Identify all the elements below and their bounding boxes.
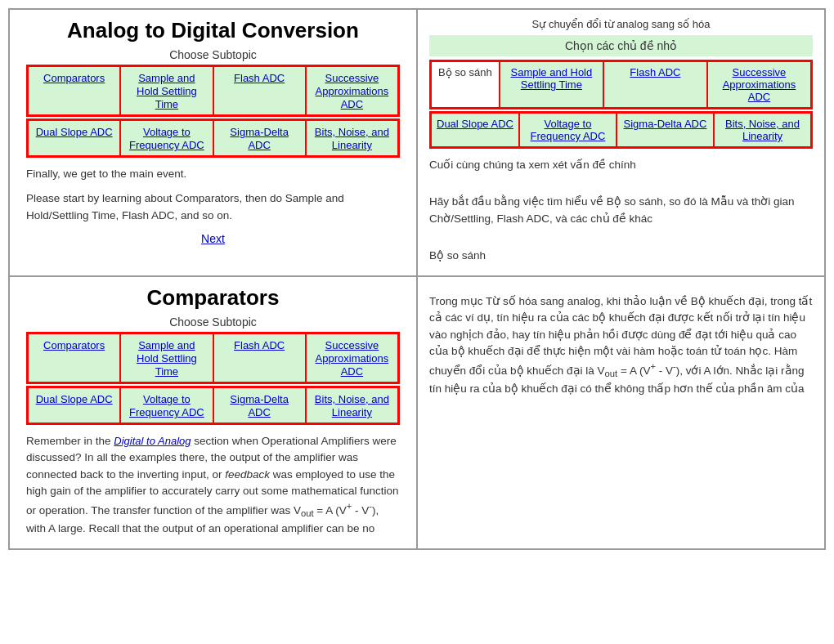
- comp-link-dual-slope[interactable]: Dual Slope ADC: [36, 393, 113, 405]
- link-comparators[interactable]: Comparators: [43, 72, 105, 84]
- tr-link-flash-adc[interactable]: Flash ADC: [630, 66, 680, 78]
- comp-link-flash-adc[interactable]: Flash ADC: [234, 339, 285, 351]
- subtopic-flash-adc[interactable]: Flash ADC: [213, 66, 306, 115]
- comp-sigma-delta[interactable]: Sigma-Delta ADC: [213, 387, 306, 423]
- tr-link-voltage-freq[interactable]: Voltage to Frequency ADC: [531, 118, 606, 142]
- tr-successive[interactable]: Successive Approximations ADC: [707, 61, 811, 108]
- subtopic-voltage-freq[interactable]: Voltage to Frequency ADC: [120, 120, 213, 156]
- subtopic-comparators[interactable]: Comparators: [28, 66, 120, 115]
- link-successive[interactable]: Successive Approximations ADC: [316, 72, 389, 110]
- choose-subtopic-label2: Choose Subtopic: [26, 315, 400, 329]
- comp-dual-slope[interactable]: Dual Slope ADC: [28, 387, 120, 423]
- tr-body1: Cuối cùng chúng ta xem xét vấn đề chính: [429, 157, 813, 173]
- tr-sample-hold[interactable]: Sample and Hold Settling Time: [500, 61, 603, 108]
- subtopic-bits-noise[interactable]: Bits, Noise, and Linearity: [306, 120, 398, 156]
- comp-body-text: Remember in the Digital to Analog sectio…: [26, 433, 400, 537]
- bo-so-sanh-cell: Bộ so sánh: [431, 61, 500, 108]
- link-sigma-delta[interactable]: Sigma-Delta ADC: [230, 126, 289, 151]
- tr-dual-slope[interactable]: Dual Slope ADC: [431, 113, 519, 147]
- subtopic-grid-row2: Dual Slope ADC Voltage to Frequency ADC …: [26, 119, 400, 158]
- subtopic-dual-slope[interactable]: Dual Slope ADC: [28, 120, 120, 156]
- section-adc-intro: Analog to Digital Conversion Choose Subt…: [9, 9, 417, 276]
- tr-link-sample-hold[interactable]: Sample and Hold Settling Time: [511, 66, 593, 91]
- translation-header: Sự chuyển đổi từ analog sang số hóa: [429, 18, 813, 30]
- section-adc-translation: Sự chuyển đổi từ analog sang số hóa Chọn…: [417, 9, 825, 276]
- comp-link-comparators[interactable]: Comparators: [43, 339, 105, 351]
- tr-bits-noise[interactable]: Bits, Noise, and Linearity: [714, 113, 811, 147]
- section-comparators-translation: Trong mục Từ số hóa sang analog, khi thả…: [417, 276, 825, 549]
- tr-body2: Hãy bắt đầu bằng việc tìm hiểu về Bộ so …: [429, 194, 813, 227]
- subtopic-successive[interactable]: Successive Approximations ADC: [306, 66, 398, 115]
- choose-subtopic-label: Choose Subtopic: [26, 48, 400, 61]
- comp-flash-adc[interactable]: Flash ADC: [213, 333, 306, 382]
- tr-link-dual-slope[interactable]: Dual Slope ADC: [437, 118, 513, 130]
- subtopic-sigma-delta[interactable]: Sigma-Delta ADC: [213, 120, 306, 156]
- adc-title: Analog to Digital Conversion: [26, 18, 400, 43]
- comp-link-voltage-freq[interactable]: Voltage to Frequency ADC: [129, 393, 204, 418]
- comp-successive[interactable]: Successive Approximations ADC: [306, 333, 398, 382]
- subtopic-grid-row1: Comparators Sample and Hold Settling Tim…: [26, 65, 400, 117]
- chon-header: Chọn các chủ đề nhỏ: [429, 35, 813, 56]
- link-dual-slope[interactable]: Dual Slope ADC: [36, 126, 113, 138]
- comp-link-sigma-delta[interactable]: Sigma-Delta ADC: [230, 393, 289, 418]
- body-text-1: Finally, we get to the main event.: [26, 166, 400, 182]
- body-text-2: Please start by learning about Comparato…: [26, 190, 400, 224]
- tr-bo-so-sanh: Bộ so sánh: [429, 248, 813, 264]
- comp-link-bits-noise[interactable]: Bits, Noise, and Linearity: [315, 393, 389, 418]
- subtopic-sample-hold[interactable]: Sample and Hold Settling Time: [120, 66, 213, 115]
- section-comparators: Comparators Choose Subtopic Comparators …: [9, 276, 417, 549]
- comp-link-successive[interactable]: Successive Approximations ADC: [316, 339, 389, 378]
- comp-subtopic-row2: Dual Slope ADC Voltage to Frequency ADC …: [26, 386, 400, 425]
- tr-link-sigma-delta[interactable]: Sigma-Delta ADC: [624, 118, 707, 130]
- comparators-title: Comparators: [26, 285, 400, 311]
- link-sample-hold[interactable]: Sample and Hold Settling Time: [137, 72, 197, 110]
- next-link[interactable]: Next: [201, 232, 225, 245]
- page-wrapper: Analog to Digital Conversion Choose Subt…: [0, 0, 834, 558]
- comp-comparators[interactable]: Comparators: [28, 333, 120, 382]
- comp-bits-noise[interactable]: Bits, Noise, and Linearity: [306, 387, 398, 423]
- link-flash-adc[interactable]: Flash ADC: [234, 72, 285, 84]
- tr-flash-adc[interactable]: Flash ADC: [603, 61, 707, 108]
- digital-to-analog-link[interactable]: Digital to Analog: [114, 435, 191, 447]
- comp-tr-body: Trong mục Từ số hóa sang analog, khi thả…: [429, 293, 813, 397]
- comp-sample-hold[interactable]: Sample and Hold Settling Time: [120, 333, 213, 382]
- tr-sigma-delta[interactable]: Sigma-Delta ADC: [617, 113, 714, 147]
- comp-link-sample-hold[interactable]: Sample and Hold Settling Time: [137, 339, 197, 378]
- tr-link-successive[interactable]: Successive Approximations ADC: [723, 66, 796, 103]
- next-link-container[interactable]: Next: [26, 232, 400, 245]
- link-voltage-freq[interactable]: Voltage to Frequency ADC: [129, 126, 204, 151]
- tr-voltage-freq[interactable]: Voltage to Frequency ADC: [519, 113, 617, 147]
- link-bits-noise[interactable]: Bits, Noise, and Linearity: [315, 126, 389, 151]
- comp-subtopic-row1: Comparators Sample and Hold Settling Tim…: [26, 332, 400, 384]
- main-grid: Analog to Digital Conversion Choose Subt…: [8, 8, 826, 550]
- tr-link-bits-noise[interactable]: Bits, Noise, and Linearity: [725, 118, 800, 142]
- comp-voltage-freq[interactable]: Voltage to Frequency ADC: [120, 387, 213, 423]
